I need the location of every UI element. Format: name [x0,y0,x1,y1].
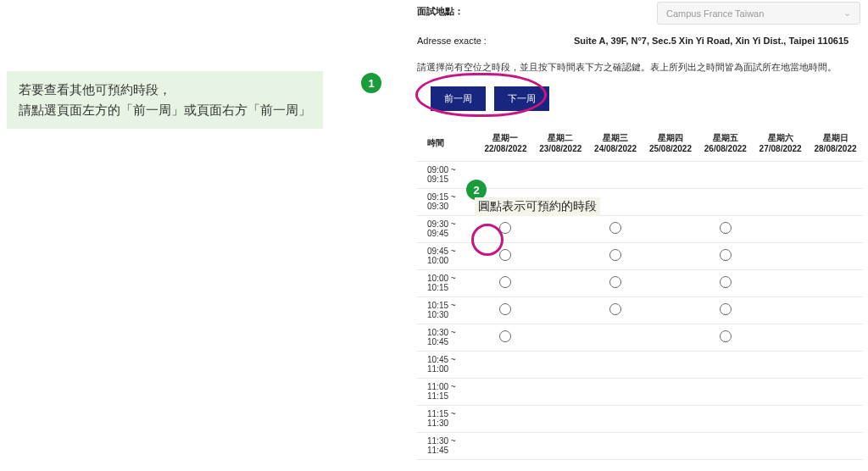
slot-cell [753,215,808,242]
slot-cell [478,296,533,324]
schedule-table: 時間 星期一22/08/2022 星期二23/08/2022 星期三24/08/… [417,125,863,460]
slot-cell [698,432,753,459]
slot-cell [643,161,698,188]
header-day-6: 星期日28/08/2022 [808,125,863,161]
slot-cell [753,269,808,296]
header-day-3: 星期四25/08/2022 [643,125,698,161]
header-day-0: 星期一22/08/2022 [478,125,533,161]
hint-line-2: 請點選頁面左方的「前一周」或頁面右方「前一周」 [19,100,311,120]
annotation-badge-1: 1 [361,73,381,93]
prev-week-button[interactable]: 前一周 [431,86,486,111]
slot-radio[interactable] [720,222,732,234]
slot-cell [533,351,588,378]
slot-radio[interactable] [609,222,621,234]
slot-cell [478,405,533,432]
slot-cell [588,269,643,296]
slot-cell [753,296,808,324]
address-value: Suite A, 39F, N°7, Sec.5 Xin Yi Road, Xi… [574,36,849,46]
time-cell: 11:15 ~ 11:30 [417,405,478,432]
time-cell: 10:45 ~ 11:00 [417,351,478,378]
slot-cell [643,405,698,432]
slot-cell [808,324,863,351]
slot-cell [533,215,588,242]
next-week-button[interactable]: 下一周 [494,86,549,111]
time-cell: 09:30 ~ 09:45 [417,215,478,242]
slot-cell [698,351,753,378]
slot-cell [478,242,533,269]
slot-radio[interactable] [720,249,732,261]
instruction-text: 請選擇尚有空位之時段，並且按下時間表下方之確認鍵。表上所列出之時間皆為面試所在地… [417,61,837,74]
slot-radio[interactable] [720,303,732,315]
slot-cell [808,188,863,215]
slot-radio[interactable] [609,276,621,288]
slot-cell [753,188,808,215]
slot-cell [533,269,588,296]
slot-cell [643,432,698,459]
location-select[interactable]: Campus France Taiwan ⌄ [657,2,860,25]
slot-cell [643,378,698,405]
slot-radio[interactable] [499,249,511,261]
slot-radio[interactable] [499,330,511,342]
slot-cell [753,242,808,269]
slot-cell [533,378,588,405]
slot-cell [643,296,698,324]
slot-cell [478,324,533,351]
time-cell: 11:30 ~ 11:45 [417,432,478,459]
location-label: 面試地點： [417,5,587,18]
slot-cell [643,188,698,215]
slot-cell [533,432,588,459]
slot-radio[interactable] [609,303,621,315]
slot-cell [478,351,533,378]
time-cell: 10:30 ~ 10:45 [417,324,478,351]
header-day-1: 星期二23/08/2022 [533,125,588,161]
slot-cell [808,432,863,459]
slot-cell [808,296,863,324]
slot-cell [588,324,643,351]
address-label: Adresse exacte : [417,36,574,46]
slot-cell [588,296,643,324]
slot-cell [753,161,808,188]
slot-cell [698,161,753,188]
slot-cell [588,405,643,432]
slot-cell [643,324,698,351]
slot-cell [643,269,698,296]
hint-box: 若要查看其他可預約時段， 請點選頁面左方的「前一周」或頁面右方「前一周」 [7,71,323,129]
slot-radio[interactable] [499,303,511,315]
slot-radio[interactable] [609,249,621,261]
slot-cell [698,405,753,432]
annotation-radio-note: 圓點表示可預約的時段 [475,197,600,216]
table-row: 11:15 ~ 11:30 [417,405,863,432]
week-nav: 前一周 下一周 [431,86,549,111]
table-row: 10:45 ~ 11:00 [417,351,863,378]
slot-cell [808,215,863,242]
slot-radio[interactable] [499,222,511,234]
slot-cell [698,296,753,324]
slot-cell [753,432,808,459]
slot-cell [808,242,863,269]
slot-cell [698,242,753,269]
header-time: 時間 [417,125,478,161]
hint-line-1: 若要查看其他可預約時段， [19,80,311,100]
table-row: 10:15 ~ 10:30 [417,296,863,324]
slot-cell [478,378,533,405]
slot-cell [808,405,863,432]
slot-cell [643,351,698,378]
slot-cell [753,324,808,351]
slot-radio[interactable] [720,276,732,288]
slot-cell [698,269,753,296]
slot-cell [478,269,533,296]
table-row: 11:30 ~ 11:45 [417,432,863,459]
table-row: 11:00 ~ 11:15 [417,378,863,405]
slot-cell [808,351,863,378]
time-cell: 11:00 ~ 11:15 [417,378,478,405]
slot-cell [698,215,753,242]
slot-cell [753,351,808,378]
slot-cell [643,242,698,269]
table-row: 09:30 ~ 09:45 [417,215,863,242]
header-day-2: 星期三24/08/2022 [588,125,643,161]
slot-cell [478,161,533,188]
slot-radio[interactable] [720,330,732,342]
slot-cell [588,378,643,405]
slot-radio[interactable] [499,276,511,288]
header-day-4: 星期五26/08/2022 [698,125,753,161]
